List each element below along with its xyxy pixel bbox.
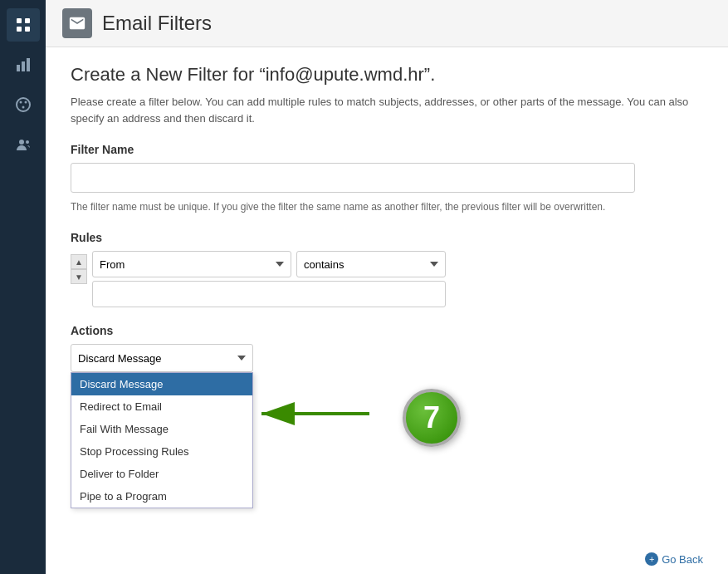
dropdown-item-discard[interactable]: Discard Message	[71, 373, 252, 395]
go-back-label: Go Back	[662, 553, 703, 566]
svg-point-10	[22, 106, 24, 109]
svg-point-8	[19, 101, 22, 104]
svg-rect-1	[25, 18, 30, 23]
rules-condition-select[interactable]: contains does not contain equals matches…	[296, 251, 446, 277]
rules-dropdowns: From To Subject Body Any Header contains…	[92, 251, 446, 277]
svg-rect-0	[17, 18, 22, 23]
go-back-link[interactable]: + Go Back	[645, 552, 703, 566]
filter-name-helper: The filter name must be unique. If you g…	[71, 199, 635, 214]
sidebar-item-palette[interactable]	[7, 88, 40, 121]
svg-point-11	[19, 140, 24, 145]
dropdown-item-deliver[interactable]: Deliver to Folder	[71, 463, 252, 485]
svg-rect-4	[17, 65, 20, 71]
dropdown-item-pipe[interactable]: Pipe to a Program	[71, 485, 252, 508]
rules-down-arrow[interactable]: ▼	[71, 269, 87, 284]
svg-rect-6	[27, 58, 30, 71]
page-title: Email Filters	[102, 12, 212, 35]
go-back-area: + Go Back	[46, 544, 728, 574]
dropdown-item-stop[interactable]: Stop Processing Rules	[71, 440, 252, 463]
annotation-arrow	[237, 380, 386, 447]
sidebar-item-chart[interactable]	[7, 48, 40, 81]
rules-arrows: ▲ ▼	[71, 254, 87, 284]
svg-rect-5	[22, 61, 25, 71]
svg-rect-3	[25, 27, 30, 32]
rules-from-select[interactable]: From To Subject Body Any Header	[92, 251, 291, 277]
svg-point-12	[26, 140, 29, 144]
rules-label: Rules	[71, 231, 703, 244]
actions-section: Actions Discard Message Redirect to Emai…	[71, 324, 703, 480]
svg-point-9	[24, 101, 27, 104]
rules-up-arrow[interactable]: ▲	[71, 254, 87, 269]
rules-row: ▲ ▼ From To Subject Body Any Header co	[71, 251, 703, 307]
rules-value-input[interactable]	[92, 281, 446, 307]
email-filters-icon	[62, 8, 92, 38]
filter-name-label: Filter Name	[71, 143, 703, 156]
actions-dropdown-open: Discard Message Redirect to Email Fail W…	[71, 372, 253, 508]
svg-point-7	[17, 98, 30, 111]
sidebar-item-grid[interactable]	[7, 8, 40, 42]
filter-name-input[interactable]	[71, 163, 635, 193]
sidebar	[0, 0, 46, 574]
content-area: Create a New Filter for “info@upute.wmd.…	[46, 47, 728, 544]
step-number-badge: 7	[403, 389, 461, 447]
dropdown-item-redirect[interactable]: Redirect to Email	[71, 395, 252, 418]
actions-label: Actions	[71, 324, 703, 337]
rules-controls: From To Subject Body Any Header contains…	[92, 251, 446, 307]
topbar: Email Filters	[46, 0, 728, 47]
dropdown-item-fail[interactable]: Fail With Message	[71, 418, 252, 440]
svg-rect-2	[17, 27, 22, 32]
page-description: Please create a filter below. You can ad…	[71, 94, 703, 126]
sidebar-item-users[interactable]	[7, 128, 40, 161]
page-heading: Create a New Filter for “info@upute.wmd.…	[71, 64, 703, 86]
main-content: Email Filters Create a New Filter for “i…	[46, 0, 728, 574]
go-back-icon: +	[645, 552, 658, 566]
rules-section: Rules ▲ ▼ From To Subject Body Any Heade…	[71, 231, 703, 307]
